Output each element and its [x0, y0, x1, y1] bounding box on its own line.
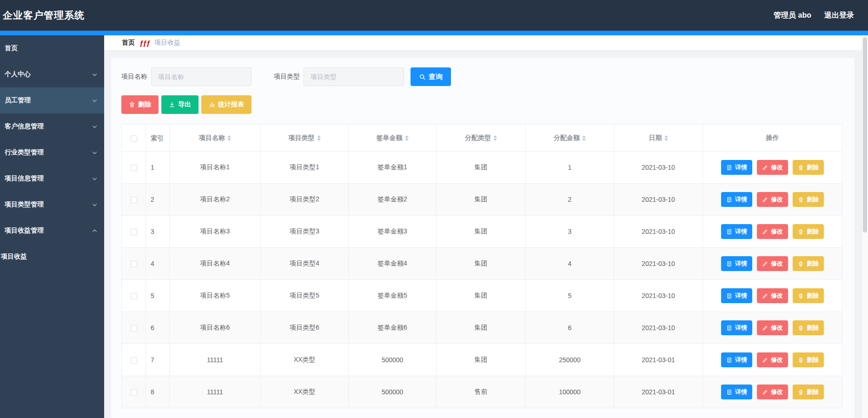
header-2[interactable]: 项目名称 [170, 125, 261, 152]
edit-button[interactable]: 修改 [757, 352, 788, 367]
sidebar-item-2[interactable]: 员工管理 [0, 87, 104, 113]
document-icon [726, 325, 732, 331]
sort-caret-icon[interactable] [227, 135, 231, 141]
cell-alloc_type: 售前 [437, 376, 526, 408]
table-row: 3项目名称3项目类型3签单金额3集团32021-03-10详情修改删除 [122, 216, 842, 248]
row-delete-button[interactable]: 删除 [793, 320, 824, 335]
cell-amount: 签单金额3 [349, 216, 437, 248]
trash-icon [798, 261, 804, 267]
scrollbar-thumb[interactable] [863, 37, 867, 232]
sort-caret-icon[interactable] [405, 135, 409, 141]
cell-amount: 签单金额6 [349, 312, 437, 344]
chevron-down-icon [92, 72, 98, 78]
header-6[interactable]: 分配金额 [526, 125, 614, 152]
sort-caret-icon[interactable] [493, 135, 497, 141]
detail-button[interactable]: 详情 [721, 320, 752, 335]
sidebar-item-0[interactable]: 首页 [0, 35, 104, 61]
logout-link[interactable]: 退出登录 [824, 11, 854, 20]
edit-button[interactable]: 修改 [757, 224, 788, 239]
cell-index: 3 [146, 216, 170, 248]
sidebar-item-5[interactable]: 项目信息管理 [0, 166, 104, 192]
sidebar-item-6[interactable]: 项目类型管理 [0, 192, 104, 218]
download-icon [169, 101, 175, 108]
report-button[interactable]: 统计报表 [201, 95, 252, 114]
delete-button[interactable]: 删除 [121, 95, 159, 114]
row-delete-button[interactable]: 删除 [793, 256, 824, 271]
cell-type: 项目类型1 [261, 152, 349, 184]
edit-button[interactable]: 修改 [757, 256, 788, 271]
row-delete-button[interactable]: 删除 [793, 385, 824, 399]
sidebar-item-7[interactable]: 项目收益管理 [0, 218, 104, 244]
cell-date: 2021-03-01 [614, 344, 703, 376]
row-checkbox[interactable] [131, 325, 137, 332]
cell-name: 项目名称5 [170, 280, 261, 312]
row-checkbox[interactable] [131, 389, 137, 396]
search-form: 项目名称 项目类型 查询 [121, 67, 844, 86]
cell-type: XX类型 [261, 344, 349, 376]
document-icon [726, 229, 732, 235]
chevron-down-icon [92, 202, 98, 208]
row-delete-button[interactable]: 删除 [793, 352, 824, 367]
pen-icon [762, 357, 768, 363]
project-type-input[interactable] [304, 67, 404, 86]
edit-button[interactable]: 修改 [757, 288, 788, 303]
select-all-checkbox[interactable] [131, 135, 137, 142]
row-delete-button[interactable]: 删除 [793, 288, 824, 303]
pen-icon [762, 197, 768, 203]
edit-button[interactable]: 修改 [757, 192, 788, 207]
breadcrumb: 首页 ƒƒƒ 项目收益 [104, 35, 861, 51]
cell-name: 项目名称4 [170, 248, 261, 280]
chevron-down-icon [92, 124, 98, 130]
sort-caret-icon[interactable] [582, 135, 586, 141]
detail-button[interactable]: 详情 [721, 224, 752, 239]
row-delete-button[interactable]: 删除 [793, 192, 824, 207]
document-icon [726, 357, 732, 363]
chevron-up-icon [92, 228, 98, 234]
header-4[interactable]: 签单金额 [349, 125, 437, 152]
breadcrumb-home[interactable]: 首页 [122, 39, 135, 47]
table-wrap: 索引项目名称项目类型签单金额分配类型分配金额日期操作1项目名称1项目类型1签单金… [121, 124, 844, 408]
detail-button[interactable]: 详情 [721, 288, 752, 303]
edit-button[interactable]: 修改 [757, 385, 788, 399]
sort-caret-icon[interactable] [317, 135, 321, 141]
project-name-label: 项目名称 [121, 73, 147, 81]
detail-button[interactable]: 详情 [721, 160, 752, 175]
row-delete-button[interactable]: 删除 [793, 224, 824, 239]
table-row: 2项目名称2项目类型2签单金额2集团22021-03-10详情修改删除 [122, 184, 842, 216]
sort-caret-icon[interactable] [664, 135, 668, 141]
row-checkbox[interactable] [131, 229, 137, 235]
detail-button[interactable]: 详情 [721, 352, 752, 367]
edit-button[interactable]: 修改 [757, 320, 788, 335]
row-delete-button[interactable]: 删除 [793, 160, 824, 175]
cell-type: 项目类型3 [261, 216, 349, 248]
sidebar-item-4[interactable]: 行业类型管理 [0, 139, 104, 166]
trash-icon [798, 165, 804, 171]
sidebar-item-1[interactable]: 个人中心 [0, 61, 104, 87]
row-checkbox[interactable] [131, 261, 137, 267]
detail-button[interactable]: 详情 [721, 256, 752, 271]
row-checkbox[interactable] [131, 165, 137, 171]
detail-button[interactable]: 详情 [721, 385, 752, 399]
sidebar-item-3[interactable]: 客户信息管理 [0, 113, 104, 139]
toolbar: 删除导出统计报表 [121, 95, 844, 114]
header-3[interactable]: 项目类型 [261, 125, 349, 152]
cell-amount: 签单金额2 [349, 184, 437, 216]
edit-button[interactable]: 修改 [757, 160, 788, 175]
cell-name: 项目名称6 [170, 312, 261, 344]
cell-alloc_type: 集团 [437, 184, 526, 216]
row-checkbox[interactable] [131, 357, 137, 364]
query-button[interactable]: 查询 [411, 67, 451, 86]
detail-button[interactable]: 详情 [721, 192, 752, 207]
header-5[interactable]: 分配类型 [437, 125, 526, 152]
cell-alloc_amount: 2 [526, 184, 614, 216]
cell-index: 2 [146, 184, 170, 216]
row-checkbox[interactable] [131, 197, 137, 203]
cell-alloc_amount: 6 [526, 312, 614, 344]
project-name-input[interactable] [151, 67, 252, 86]
sidebar-item-8[interactable]: 项目收益 [0, 244, 104, 270]
header-7[interactable]: 日期 [614, 125, 703, 152]
row-checkbox[interactable] [131, 293, 137, 299]
export-button[interactable]: 导出 [161, 95, 199, 114]
page-scrollbar[interactable] [861, 35, 868, 418]
cell-date: 2021-03-10 [614, 184, 703, 216]
